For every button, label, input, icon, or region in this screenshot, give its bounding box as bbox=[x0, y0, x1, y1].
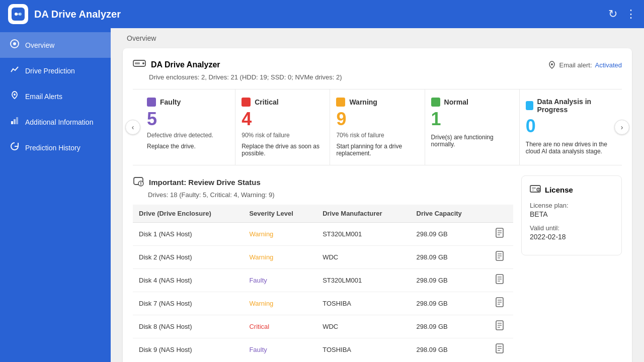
svg-point-11 bbox=[142, 62, 144, 64]
sidebar-item-email-alerts[interactable]: Email Alerts bbox=[0, 83, 111, 109]
svg-rect-3 bbox=[16, 13, 20, 15]
cell-drive-4: Disk 8 (NAS Host) bbox=[133, 315, 243, 338]
cell-severity-5: Faulty bbox=[243, 338, 316, 361]
analysis-icon bbox=[526, 101, 533, 110]
status-card-faulty: Faulty 5 Defective drive detected. Repla… bbox=[141, 89, 235, 165]
doc-icon[interactable] bbox=[495, 276, 504, 286]
email-alert-status[interactable]: Activated bbox=[595, 61, 622, 69]
analysis-action: There are no new drives in the cloud AI … bbox=[526, 141, 608, 155]
important-header: Important: Review Drive Status bbox=[133, 175, 513, 189]
overview-panel: DA Drive Analyzer Email alert: Activated… bbox=[123, 48, 632, 362]
sidebar-item-prediction-history[interactable]: Prediction History bbox=[0, 135, 111, 160]
overview-wrapper: Overview DA Drive Analyzer bbox=[111, 28, 644, 362]
svg-rect-42 bbox=[532, 190, 534, 191]
faulty-label: Faulty bbox=[160, 98, 181, 106]
email-alerts-icon bbox=[10, 90, 19, 102]
important-icon bbox=[133, 175, 144, 189]
additional-info-icon bbox=[10, 116, 19, 128]
status-card-warning: Warning 9 70% risk of failure Start plan… bbox=[330, 89, 425, 165]
cell-severity-4: Critical bbox=[243, 315, 316, 338]
normal-label: Normal bbox=[444, 98, 468, 106]
cell-severity-3: Warning bbox=[243, 292, 316, 315]
status-card-critical: Critical 4 90% risk of failure Replace t… bbox=[235, 89, 330, 165]
cell-capacity-5: 298.09 GB bbox=[411, 338, 486, 361]
svg-rect-9 bbox=[16, 117, 18, 124]
faulty-desc: Defective drive detected. bbox=[147, 132, 229, 139]
cell-doc-2[interactable] bbox=[486, 269, 513, 292]
sidebar-item-additional-info[interactable]: Additional Information bbox=[0, 109, 111, 135]
drive-table-section: Important: Review Drive Status Drives: 1… bbox=[133, 175, 622, 361]
cell-drive-0: Disk 1 (NAS Host) bbox=[133, 223, 243, 246]
license-panel: License License plan: BETA Valid until: … bbox=[521, 175, 622, 255]
table-row: Disk 8 (NAS Host) Critical WDC 298.09 GB bbox=[133, 315, 513, 338]
cell-capacity-0: 298.09 GB bbox=[411, 223, 486, 246]
critical-action: Replace the drive as soon as possible. bbox=[242, 143, 324, 157]
critical-desc: 90% risk of failure bbox=[242, 132, 324, 139]
sidebar-item-overview[interactable]: Overview bbox=[0, 32, 111, 58]
doc-icon[interactable] bbox=[495, 230, 504, 240]
warning-icon bbox=[336, 98, 345, 107]
critical-header: Critical bbox=[242, 98, 324, 107]
cell-severity-0: Warning bbox=[243, 223, 316, 246]
sidebar-label-overview: Overview bbox=[25, 41, 54, 49]
doc-icon[interactable] bbox=[495, 345, 504, 355]
status-card-analysis: Data Analysis in Progress 0 There are no… bbox=[520, 89, 614, 165]
main-layout: Overview Drive Prediction Email Alerts A… bbox=[0, 28, 644, 362]
critical-count: 4 bbox=[242, 109, 324, 130]
col-action bbox=[486, 205, 513, 223]
cell-manufacturer-3: TOSHIBA bbox=[316, 292, 410, 315]
carousel-next-button[interactable]: › bbox=[614, 120, 629, 135]
cell-doc-5[interactable] bbox=[486, 338, 513, 361]
warning-action: Start planning for a drive replacement. bbox=[336, 143, 418, 157]
cell-manufacturer-2: ST320LM001 bbox=[316, 269, 410, 292]
cell-drive-3: Disk 7 (NAS Host) bbox=[133, 292, 243, 315]
cell-doc-1[interactable] bbox=[486, 246, 513, 269]
normal-count: 1 bbox=[431, 109, 513, 130]
normal-action: Drive(s) are functioning normally. bbox=[431, 134, 513, 148]
cell-capacity-4: 298.09 GB bbox=[411, 315, 486, 338]
faulty-header: Faulty bbox=[147, 98, 229, 107]
cell-severity-2: Faulty bbox=[243, 269, 316, 292]
license-valid-label: Valid until: bbox=[530, 224, 613, 232]
analysis-label: Data Analysis in Progress bbox=[537, 98, 608, 114]
license-plan-value: BETA bbox=[530, 210, 613, 218]
carousel-prev-button[interactable]: ‹ bbox=[125, 120, 140, 135]
refresh-icon[interactable]: ↻ bbox=[608, 8, 617, 21]
drive-details: Drive enclosures: 2, Drives: 21 (HDD: 19… bbox=[149, 73, 622, 81]
drive-table-main: Important: Review Drive Status Drives: 1… bbox=[133, 175, 513, 361]
cell-doc-3[interactable] bbox=[486, 292, 513, 315]
critical-icon bbox=[242, 98, 251, 107]
svg-rect-41 bbox=[532, 188, 536, 189]
normal-header: Normal bbox=[431, 98, 513, 107]
faulty-count: 5 bbox=[147, 109, 229, 130]
warning-desc: 70% risk of failure bbox=[336, 132, 418, 139]
svg-point-5 bbox=[13, 42, 16, 45]
email-alert: Email alert: Activated bbox=[548, 61, 622, 69]
table-row: Disk 4 (NAS Host) Faulty ST320LM001 298.… bbox=[133, 269, 513, 292]
drive-header: DA Drive Analyzer Email alert: Activated bbox=[133, 58, 622, 71]
doc-icon[interactable] bbox=[495, 322, 504, 332]
app-title: DA Drive Analyzer bbox=[34, 9, 608, 20]
cell-manufacturer-5: TOSHIBA bbox=[316, 338, 410, 361]
sidebar-label-email-alerts: Email Alerts bbox=[25, 93, 62, 101]
license-title: License bbox=[545, 186, 573, 194]
sidebar-item-drive-prediction[interactable]: Drive Prediction bbox=[0, 58, 111, 83]
cell-doc-0[interactable] bbox=[486, 223, 513, 246]
sidebar: Overview Drive Prediction Email Alerts A… bbox=[0, 28, 111, 362]
analysis-header: Data Analysis in Progress bbox=[526, 98, 608, 114]
cell-capacity-2: 298.09 GB bbox=[411, 269, 486, 292]
doc-icon[interactable] bbox=[495, 253, 504, 263]
critical-label: Critical bbox=[255, 98, 278, 106]
warning-header: Warning bbox=[336, 98, 418, 107]
app-logo bbox=[8, 4, 28, 24]
cell-severity-1: Warning bbox=[243, 246, 316, 269]
header-actions: ↻ ⋮ bbox=[608, 8, 636, 21]
sidebar-label-drive-prediction: Drive Prediction bbox=[25, 67, 75, 75]
drive-header-left: DA Drive Analyzer bbox=[133, 58, 220, 71]
normal-icon bbox=[431, 98, 440, 107]
cell-capacity-1: 298.09 GB bbox=[411, 246, 486, 269]
menu-icon[interactable]: ⋮ bbox=[625, 8, 636, 21]
cell-doc-4[interactable] bbox=[486, 315, 513, 338]
doc-icon[interactable] bbox=[495, 299, 504, 309]
drive-prediction-icon bbox=[10, 65, 19, 76]
